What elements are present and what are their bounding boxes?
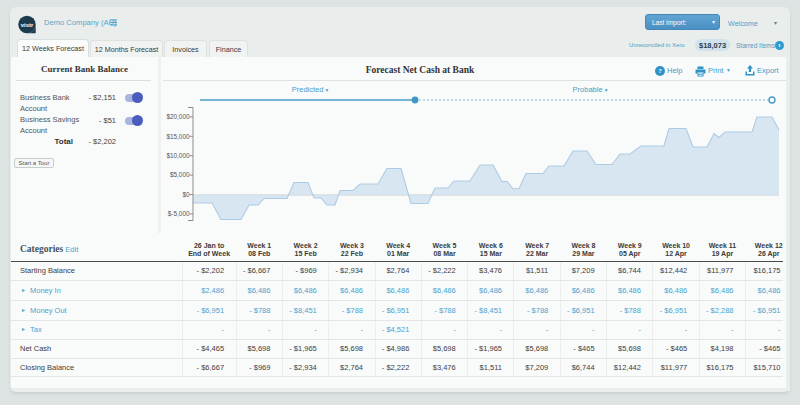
svg-text:$-5,000: $-5,000: [168, 210, 190, 217]
svg-text:$0: $0: [182, 191, 190, 198]
svg-text:$20,000: $20,000: [166, 113, 190, 120]
svg-text:$5,000: $5,000: [170, 171, 190, 178]
svg-text:$10,000: $10,000: [166, 152, 190, 159]
svg-text:$15,000: $15,000: [166, 133, 190, 140]
svg-text:vistr: vistr: [21, 22, 34, 28]
